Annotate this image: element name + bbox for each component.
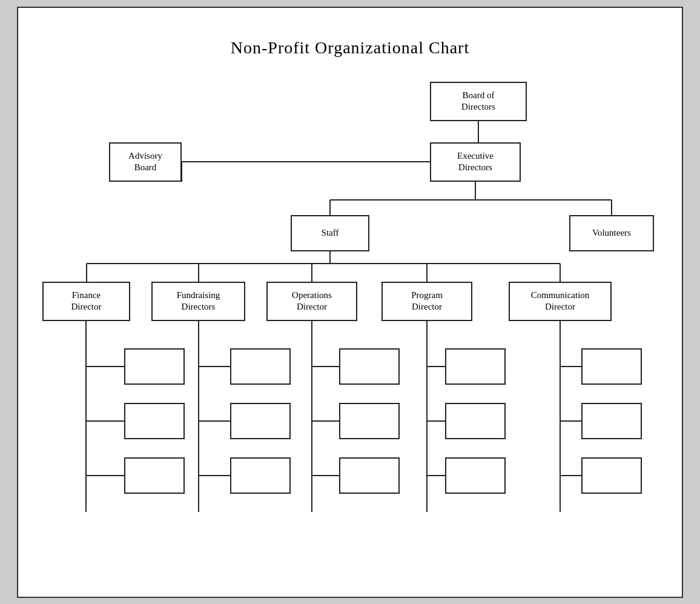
box-prog_sub3	[445, 457, 506, 494]
box-fund_sub1	[230, 348, 291, 385]
box-ops_sub3	[339, 457, 400, 494]
box-fin_sub1	[124, 348, 185, 385]
box-comm_sub3	[581, 457, 642, 494]
box-communication: Communication Director	[509, 282, 612, 321]
box-operations: Operations Director	[266, 282, 357, 321]
page-title: Non-Profit Organizational Chart	[30, 38, 670, 58]
box-ops_sub1	[339, 348, 400, 385]
box-prog_sub2	[445, 403, 506, 439]
box-staff: Staff	[291, 215, 369, 251]
box-fund_sub2	[230, 403, 291, 439]
box-fin_sub2	[124, 403, 185, 439]
page: Non-Profit Organizational Chart	[17, 7, 683, 598]
box-finance: Finance Director	[42, 282, 130, 321]
box-fund_sub3	[230, 457, 291, 494]
box-fin_sub3	[124, 457, 185, 494]
box-comm_sub2	[581, 403, 642, 439]
box-prog_sub1	[445, 348, 506, 385]
box-fundraising: Fundraising Directors	[151, 282, 245, 321]
box-volunteers: Volunteers	[569, 215, 654, 251]
box-comm_sub1	[581, 348, 642, 385]
chart-area: Board of DirectorsAdvisory BoardExecutiv…	[30, 64, 670, 585]
box-advisory: Advisory Board	[109, 142, 182, 182]
box-ops_sub2	[339, 403, 400, 439]
box-program: Program Director	[381, 282, 472, 321]
box-board: Board of Directors	[430, 82, 527, 121]
box-executive: Executive Directors	[430, 142, 521, 182]
connectors-svg	[30, 64, 670, 585]
